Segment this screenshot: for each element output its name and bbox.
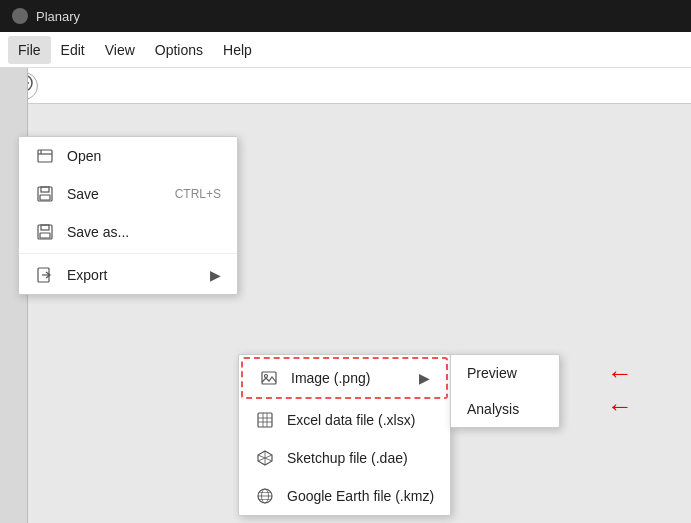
- save-as-icon: [35, 222, 55, 242]
- export-sketchup[interactable]: Sketchup file (.dae): [239, 439, 450, 477]
- analysis-label: Analysis: [467, 401, 519, 417]
- image-arrow-icon: ▶: [419, 370, 430, 386]
- save-icon: [35, 184, 55, 204]
- excel-icon: [255, 410, 275, 430]
- svg-rect-10: [41, 225, 49, 230]
- menu-bar: File Edit View Options Help: [0, 32, 691, 68]
- app-title: Planary: [36, 9, 80, 24]
- svg-point-15: [265, 375, 268, 378]
- export-arrow-icon: ▶: [210, 267, 221, 283]
- google-earth-label: Google Earth file (.kmz): [287, 488, 434, 504]
- sketchup-label: Sketchup file (.dae): [287, 450, 408, 466]
- image-submenu-analysis[interactable]: Analysis: [451, 391, 559, 427]
- title-bar: Planary: [0, 0, 691, 32]
- menu-view[interactable]: View: [95, 36, 145, 64]
- export-label: Export: [67, 267, 107, 283]
- main-content: Open Save CTRL+S: [0, 68, 691, 523]
- export-google-earth[interactable]: Google Earth file (.kmz): [239, 477, 450, 515]
- red-arrow-analysis: ←: [607, 391, 633, 422]
- svg-rect-14: [262, 372, 276, 384]
- sketchup-icon: [255, 448, 275, 468]
- file-menu-save[interactable]: Save CTRL+S: [19, 175, 237, 213]
- export-icon: [35, 265, 55, 285]
- image-png-label: Image (.png): [291, 370, 370, 386]
- open-icon: [35, 146, 55, 166]
- image-icon: [259, 368, 279, 388]
- image-submenu: Preview Analysis: [450, 354, 560, 428]
- preview-label: Preview: [467, 365, 517, 381]
- export-image-png[interactable]: Image (.png) ▶: [241, 357, 448, 399]
- file-menu: Open Save CTRL+S: [18, 136, 238, 295]
- app-icon: [12, 8, 28, 24]
- excel-label: Excel data file (.xlsx): [287, 412, 415, 428]
- menu-divider: [19, 253, 237, 254]
- file-menu-save-as[interactable]: Save as...: [19, 213, 237, 251]
- svg-rect-3: [38, 150, 52, 162]
- file-menu-open[interactable]: Open: [19, 137, 237, 175]
- menu-options[interactable]: Options: [145, 36, 213, 64]
- save-label: Save: [67, 186, 99, 202]
- svg-rect-16: [258, 413, 272, 427]
- svg-rect-11: [40, 233, 50, 238]
- menu-file[interactable]: File: [8, 36, 51, 64]
- image-submenu-preview[interactable]: Preview: [451, 355, 559, 391]
- save-shortcut: CTRL+S: [175, 187, 221, 201]
- open-label: Open: [67, 148, 101, 164]
- export-submenu: Image (.png) ▶ Excel data file (.xlsx): [238, 354, 451, 516]
- svg-rect-7: [41, 187, 49, 192]
- globe-icon: [255, 486, 275, 506]
- save-as-label: Save as...: [67, 224, 129, 240]
- dropdown-overlay: Open Save CTRL+S: [0, 136, 691, 523]
- menu-edit[interactable]: Edit: [51, 36, 95, 64]
- file-menu-export[interactable]: Export ▶: [19, 256, 237, 294]
- toolbar: [0, 68, 691, 104]
- red-arrow-preview: ←: [607, 358, 633, 389]
- menu-help[interactable]: Help: [213, 36, 262, 64]
- svg-rect-8: [40, 195, 50, 200]
- export-excel[interactable]: Excel data file (.xlsx): [239, 401, 450, 439]
